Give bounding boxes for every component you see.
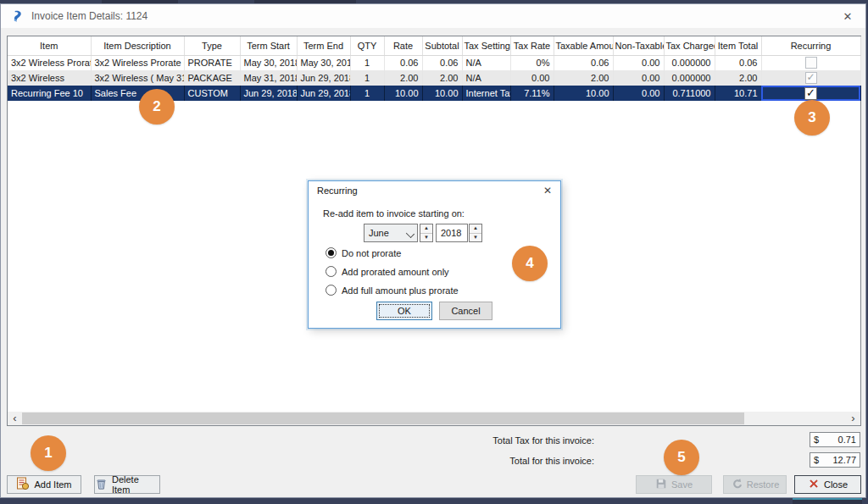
- col-header-item-total[interactable]: Item Total: [715, 36, 761, 55]
- cell-subtotal[interactable]: 0.06: [422, 55, 462, 70]
- cancel-button[interactable]: Cancel: [439, 302, 492, 320]
- add-item-button[interactable]: Add Item: [7, 475, 81, 494]
- dialog-title: Recurring: [317, 186, 358, 196]
- cell-term-end[interactable]: May 30, 2018: [297, 55, 350, 70]
- col-header-non-taxable[interactable]: Non-Taxable: [613, 36, 664, 55]
- radio-label: Do not prorate: [342, 248, 401, 258]
- col-header-rate[interactable]: Rate: [384, 36, 422, 55]
- cell-tax-rate[interactable]: 0%: [510, 55, 554, 70]
- cell-subtotal[interactable]: 2.00: [422, 70, 462, 86]
- cell-tax-charged[interactable]: 0.000000: [664, 70, 715, 86]
- cell-type[interactable]: PRORATE: [184, 55, 240, 70]
- col-header-recurring[interactable]: Recurring: [761, 36, 860, 55]
- cell-item[interactable]: Recurring Fee 10: [8, 86, 91, 101]
- radio-add-full-plus-prorate[interactable]: Add full amount plus prorate: [326, 284, 459, 296]
- close-label: Close: [824, 479, 848, 490]
- table-row[interactable]: 3x2 Wireless Prorate 3x2 Wireless Prorat…: [8, 55, 860, 70]
- recurring-checkbox[interactable]: [805, 72, 817, 84]
- cell-item-total[interactable]: 10.71: [715, 86, 761, 101]
- cell-item-total[interactable]: 0.06: [715, 55, 761, 70]
- month-value: June: [369, 228, 389, 238]
- col-header-item-description[interactable]: Item Description: [91, 36, 184, 55]
- radio-button-icon[interactable]: [326, 247, 337, 258]
- cell-tax-rate[interactable]: 7.11%: [510, 86, 554, 101]
- scroll-right-arrow-icon[interactable]: ›: [846, 412, 860, 425]
- col-header-tax-rate[interactable]: Tax Rate: [510, 36, 554, 55]
- col-header-term-start[interactable]: Term Start: [240, 36, 297, 55]
- recurring-checkbox[interactable]: [805, 57, 817, 69]
- cell-rate[interactable]: 10.00: [384, 86, 422, 101]
- cell-item[interactable]: 3x2 Wireless: [8, 70, 91, 86]
- table-row-selected[interactable]: Recurring Fee 10 Sales Fee CUSTOM Jun 29…: [8, 86, 860, 101]
- cell-taxable-amount[interactable]: 0.06: [554, 55, 613, 70]
- cell-rate[interactable]: 2.00: [384, 70, 422, 86]
- spin-down-icon[interactable]: ▼: [420, 233, 432, 242]
- save-icon: [655, 478, 667, 491]
- annotation-badge-3: 3: [794, 100, 830, 136]
- cell-description[interactable]: 3x2 Wireless ( May 31,…: [91, 70, 184, 86]
- cell-item-total[interactable]: 2.00: [715, 70, 761, 86]
- spin-down-icon[interactable]: ▼: [470, 233, 481, 242]
- restore-button[interactable]: Restore: [723, 475, 787, 494]
- scroll-left-arrow-icon[interactable]: ‹: [8, 412, 22, 425]
- cell-type[interactable]: CUSTOM: [184, 86, 240, 101]
- cell-tax-charged[interactable]: 0.000000: [664, 55, 715, 70]
- dialog-close-button[interactable]: ✕: [543, 185, 552, 197]
- cell-term-start[interactable]: Jun 29, 2018: [240, 86, 297, 101]
- window-close-button[interactable]: ✕: [840, 9, 855, 25]
- cell-term-start[interactable]: May 31, 2018: [240, 70, 297, 86]
- cell-qty[interactable]: 1: [350, 70, 384, 86]
- cell-rate[interactable]: 0.06: [384, 55, 422, 70]
- total-field: $ 12.77: [810, 452, 860, 468]
- col-header-type[interactable]: Type: [184, 36, 240, 55]
- cell-term-start[interactable]: May 30, 2018: [240, 55, 297, 70]
- footer-panel: Total Tax for this invoice: $ 0.71 Total…: [1, 426, 865, 497]
- cell-term-end[interactable]: Jun 29, 2018: [297, 86, 350, 101]
- col-header-tax-charged[interactable]: Tax Charged: [664, 36, 715, 55]
- cell-item[interactable]: 3x2 Wireless Prorate: [8, 55, 91, 70]
- spin-up-icon[interactable]: ▲: [420, 224, 432, 233]
- trash-icon: [95, 478, 108, 492]
- month-stepper[interactable]: ▲▼: [420, 224, 433, 242]
- cell-tax-setting[interactable]: N/A: [462, 55, 510, 70]
- delete-item-button[interactable]: Delete Item: [94, 475, 160, 494]
- close-button[interactable]: Close: [794, 475, 861, 494]
- total-value: 12.77: [832, 453, 856, 467]
- cell-taxable-amount[interactable]: 10.00: [554, 86, 613, 101]
- cell-non-taxable[interactable]: 0.00: [613, 70, 664, 86]
- recurring-checkbox[interactable]: [804, 87, 817, 100]
- cell-term-end[interactable]: Jun 29, 2018: [297, 70, 350, 86]
- radio-button-icon[interactable]: [326, 266, 337, 277]
- cell-subtotal[interactable]: 10.00: [422, 86, 462, 101]
- cell-qty[interactable]: 1: [350, 55, 384, 70]
- year-stepper[interactable]: ▲▼: [469, 224, 482, 242]
- cell-tax-setting[interactable]: Internet Tax: [462, 86, 510, 101]
- month-select[interactable]: June: [364, 224, 418, 242]
- radio-do-not-prorate[interactable]: Do not prorate: [326, 246, 401, 259]
- cell-tax-rate[interactable]: 0.00: [510, 70, 554, 86]
- cell-qty[interactable]: 1: [350, 86, 384, 101]
- cell-taxable-amount[interactable]: 2.00: [554, 70, 613, 86]
- horizontal-scrollbar[interactable]: ‹ ›: [8, 412, 860, 425]
- restore-label: Restore: [747, 479, 780, 490]
- cell-type[interactable]: PACKAGE: [184, 70, 240, 86]
- col-header-term-end[interactable]: Term End: [297, 36, 350, 55]
- cell-tax-setting[interactable]: N/A: [462, 70, 510, 86]
- col-header-subtotal[interactable]: Subtotal: [422, 36, 462, 55]
- spin-up-icon[interactable]: ▲: [470, 224, 481, 233]
- col-header-qty[interactable]: QTY: [350, 36, 384, 55]
- cell-non-taxable[interactable]: 0.00: [613, 55, 664, 70]
- year-field[interactable]: 2018: [436, 224, 468, 242]
- radio-button-icon[interactable]: [326, 285, 337, 296]
- cell-description[interactable]: 3x2 Wireless Prorate ( …: [91, 55, 184, 70]
- scrollbar-thumb[interactable]: [22, 413, 744, 424]
- col-header-tax-setting[interactable]: Tax Setting: [462, 36, 510, 55]
- cell-non-taxable[interactable]: 0.00: [613, 86, 664, 101]
- cell-tax-charged[interactable]: 0.711000: [664, 86, 715, 101]
- table-row[interactable]: 3x2 Wireless 3x2 Wireless ( May 31,… PAC…: [8, 70, 860, 86]
- col-header-item[interactable]: Item: [8, 36, 91, 55]
- save-button[interactable]: Save: [636, 475, 712, 494]
- radio-add-prorated-only[interactable]: Add prorated amount only: [326, 265, 449, 278]
- ok-button[interactable]: OK: [376, 302, 432, 320]
- col-header-taxable-amount[interactable]: Taxable Amount: [554, 36, 613, 55]
